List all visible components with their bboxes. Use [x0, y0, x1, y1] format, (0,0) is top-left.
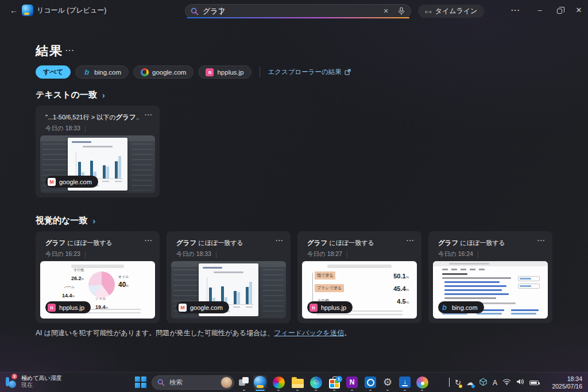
- window-more-icon[interactable]: ···: [509, 3, 523, 17]
- filter-google[interactable]: google.com: [133, 65, 194, 79]
- text-match-section-header: テキストの一致 ›: [36, 90, 105, 100]
- results-more-icon[interactable]: ···: [65, 46, 75, 55]
- start-button[interactable]: [135, 377, 147, 389]
- volume-icon[interactable]: [516, 378, 524, 387]
- search-box[interactable]: グラフ ✕: [185, 4, 411, 18]
- page-title: 結果: [36, 42, 63, 60]
- pie-label: バーム 14.4%: [52, 285, 75, 300]
- ime-indicator[interactable]: A: [493, 379, 497, 387]
- filter-hpplus[interactable]: n hpplus.jp: [198, 65, 251, 79]
- source-badge-label: bing.com: [452, 304, 478, 311]
- source-badge-label: google.com: [190, 304, 223, 311]
- card-more-icon[interactable]: ···: [145, 111, 153, 118]
- clear-search-icon[interactable]: ✕: [381, 5, 391, 18]
- onedrive-cloud-icon[interactable]: ☁: [466, 372, 474, 392]
- visual-match-card[interactable]: グラフ にほぼ一致する ··· 今日の 16:23 その他 26.2% オイル …: [36, 231, 160, 323]
- thumb-widget: [518, 276, 540, 281]
- restore-button[interactable]: [552, 3, 566, 17]
- snapshot-thumbnail[interactable]: 指で塗る 50.1% ブラシで塗る 45.4% その他 4.5% n hpplu…: [302, 261, 417, 319]
- weather-widget[interactable]: 3 極めて高い湿度 現在: [5, 375, 62, 389]
- visual-match-expand-icon[interactable]: ›: [92, 216, 95, 226]
- window-title: リコール (プレビュー): [37, 0, 106, 21]
- snapshot-thumbnail[interactable]: M google.com: [171, 261, 286, 319]
- filter-bing[interactable]: b bing.com: [75, 65, 129, 79]
- text-caret: [221, 7, 222, 15]
- grouped-bar-chart: [76, 152, 123, 179]
- alert-badge: 3: [11, 374, 17, 379]
- taskbar-settings-button[interactable]: ⚙: [381, 375, 394, 389]
- google-icon: [141, 68, 149, 76]
- tray-chevron-icon[interactable]: [449, 378, 450, 387]
- source-badge-label: hpplus.jp: [59, 304, 84, 311]
- taskbar-office-button[interactable]: [272, 375, 285, 389]
- text-match-card[interactable]: "...1-50/6,521行 > 以下のグラフ..." ··· 今日の 18:…: [36, 106, 160, 197]
- card-timestamp: 今日の 18:33: [176, 250, 216, 258]
- card-timestamp: 今日の 16:24: [438, 250, 478, 258]
- card-timestamp: 今日の 18:27: [307, 250, 347, 258]
- close-button[interactable]: ✕: [572, 3, 586, 17]
- visual-match-card[interactable]: グラフ にほぼ一致する ··· 今日の 18:27 指で塗る 50.1% ブラシ…: [297, 231, 421, 323]
- source-badge: b bing.com: [438, 301, 484, 313]
- gear-icon: ⚙: [383, 376, 392, 389]
- taskbar-onenote-button[interactable]: N: [345, 375, 359, 389]
- search-icon: [191, 7, 199, 15]
- clock-time: 18:34: [567, 375, 582, 382]
- hpplus-icon: n: [48, 304, 56, 312]
- taskbar-recall-button[interactable]: [253, 375, 267, 389]
- taskbar-paint-button[interactable]: [415, 375, 429, 389]
- visual-match-section-header: 視覚的な一致 ›: [36, 215, 95, 226]
- search-input[interactable]: グラフ: [203, 5, 226, 18]
- card-more-icon[interactable]: ···: [407, 237, 415, 244]
- text-match-expand-icon[interactable]: ›: [102, 90, 105, 100]
- visual-match-card[interactable]: グラフ にほぼ一致する ··· 今日の 16:24 b bin: [428, 231, 552, 323]
- snapshot-thumbnail[interactable]: b bing.com: [433, 261, 548, 319]
- divider: [260, 67, 260, 77]
- installer-icon: ↓: [399, 377, 411, 388]
- explorer-results-link[interactable]: エクスプローラーの結果: [268, 68, 351, 76]
- taskbar-clock[interactable]: 18:34 2025/07/16: [552, 375, 582, 390]
- recall-app-icon: [22, 5, 33, 16]
- source-badge-label: hpplus.jp: [321, 304, 346, 311]
- bing-icon: b: [83, 68, 91, 76]
- chart-axis: [312, 273, 313, 305]
- recall-icon: [254, 376, 266, 389]
- card-more-icon[interactable]: ···: [276, 237, 284, 244]
- search-highlight-avatar: [220, 377, 233, 389]
- update-icon[interactable]: ↻: [455, 372, 461, 392]
- battery-icon[interactable]: [529, 381, 539, 385]
- card-title: グラフ にほぼ一致する: [45, 239, 139, 247]
- filter-all[interactable]: すべて: [36, 65, 71, 79]
- office-icon: [273, 377, 285, 389]
- minimize-button[interactable]: –: [533, 3, 547, 17]
- task-view-button[interactable]: [237, 375, 251, 389]
- onenote-icon: N: [346, 377, 358, 388]
- gmail-icon: M: [48, 178, 56, 186]
- hbar-row: ブラシで塗る 45.4%: [315, 284, 409, 292]
- filter-bing-label: bing.com: [94, 69, 121, 76]
- visual-match-card[interactable]: グラフ にほぼ一致する ··· 今日の 18:33 M google.com: [167, 231, 291, 323]
- taskbar-search[interactable]: 検索: [152, 375, 234, 390]
- card-title: "...1-50/6,521行 > 以下のグラフ...": [45, 113, 139, 122]
- grouped-bar-chart: [207, 277, 254, 305]
- taskbar-store-button[interactable]: 1: [327, 375, 341, 389]
- ai-disclaimer: AI は間違いを犯す可能性があります。問題が発生した可能性がある場合は、フィード…: [36, 328, 351, 338]
- timeline-button[interactable]: ‹··› タイムライン: [418, 5, 484, 18]
- card-more-icon[interactable]: ···: [537, 237, 546, 244]
- card-timestamp: 今日の 16:23: [45, 250, 86, 258]
- taskbar-outlook-button[interactable]: [363, 375, 377, 389]
- wifi-icon[interactable]: [502, 378, 511, 387]
- file-explorer-icon: [292, 379, 304, 388]
- taskbar-edge-button[interactable]: [309, 375, 323, 389]
- taskbar: 3 極めて高い湿度 現在 検索: [0, 372, 588, 392]
- back-button[interactable]: ←: [8, 5, 20, 16]
- dev-box-icon[interactable]: [479, 378, 488, 388]
- card-more-icon[interactable]: ···: [145, 237, 153, 244]
- taskbar-explorer-button[interactable]: [291, 375, 304, 389]
- snapshot-thumbnail[interactable]: その他 26.2% オイル 40% バーム 14.4% ジェル 19.4% n …: [40, 261, 155, 319]
- taskbar-installer-button[interactable]: ↓: [398, 375, 412, 389]
- mic-icon[interactable]: [398, 7, 405, 15]
- disclaimer-text: AI は間違いを犯す可能性があります。問題が発生した可能性がある場合は、: [36, 329, 274, 337]
- feedback-link[interactable]: フィードバックを送信: [274, 329, 344, 337]
- restore-icon: [557, 9, 562, 14]
- snapshot-thumbnail[interactable]: M google.com: [40, 135, 155, 193]
